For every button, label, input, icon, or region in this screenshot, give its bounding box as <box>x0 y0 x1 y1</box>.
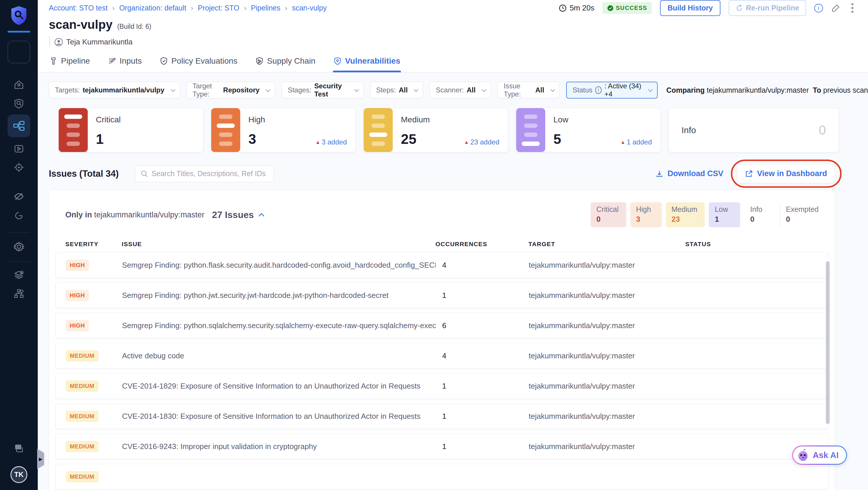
tab-inputs[interactable]: Inputs <box>107 54 142 72</box>
tab-policy-evaluations[interactable]: Policy Evaluations <box>159 54 238 72</box>
summary-card-critical[interactable]: Critical 1 <box>58 108 203 152</box>
ask-ai-button[interactable]: Ask AI <box>792 446 847 465</box>
external-link-icon <box>745 170 753 178</box>
issue-target: tejakummarikuntla/vulpy:master <box>529 351 686 360</box>
issue-title: CVE-2014-1829: Exposure of Sensitive Inf… <box>122 381 436 391</box>
tab-vulnerabilities[interactable]: Vulnerabilities <box>333 54 401 72</box>
issue-target: tejakummarikuntla/vulpy:master <box>529 261 686 270</box>
breadcrumb-account[interactable]: Account: STO test <box>49 4 107 12</box>
card-label: High <box>248 115 347 124</box>
issue-row[interactable]: MEDIUM CVE-2014-1830: Exposure of Sensit… <box>56 403 829 429</box>
filter-target-type[interactable]: Target Type:Repository <box>186 82 275 98</box>
issue-occurrences: 4 <box>436 351 529 360</box>
help-chat-icon[interactable]: ? <box>12 442 25 455</box>
summary-card-info[interactable]: Info 0 <box>669 108 839 152</box>
chevron-down-icon <box>414 87 418 92</box>
summary-card-medium[interactable]: Medium 2523 added <box>364 108 508 152</box>
breadcrumb-separator: › <box>191 4 193 12</box>
tab-supply-chain[interactable]: Supply Chain <box>255 54 316 72</box>
shield-search-icon[interactable] <box>12 97 25 110</box>
severity-strip <box>211 108 240 152</box>
layers-settings-icon[interactable] <box>12 269 25 281</box>
card-label: Low <box>553 115 652 124</box>
issue-target: tejakummarikuntla/vulpy:master <box>529 381 686 391</box>
rerun-pipeline-button[interactable]: Re-run Pipeline <box>728 0 806 16</box>
edit-pencil-icon[interactable] <box>831 3 840 13</box>
summary-card-high[interactable]: High 33 added <box>211 108 356 152</box>
org-settings-icon[interactable] <box>12 287 25 300</box>
issue-row[interactable]: HIGH Semgrep Finding: python.jwt.securit… <box>56 282 829 308</box>
author-name: Teja Kummarikuntla <box>66 37 132 47</box>
search-input[interactable] <box>152 170 269 178</box>
severity-strip <box>364 108 393 152</box>
exemptions-icon[interactable] <box>12 190 25 203</box>
issue-row[interactable]: HIGH Semgrep Finding: python.flask.secur… <box>56 252 829 278</box>
app-window: ? TK ▶ Account: STO test› Organization: … <box>0 0 868 490</box>
severity-badge: MEDIUM <box>66 380 98 392</box>
filter-targets[interactable]: Targets:tejakummarikuntla/vulpy <box>49 82 180 98</box>
info-icon[interactable]: i <box>814 4 823 12</box>
status-badge: SUCCESS <box>602 2 652 14</box>
issue-target: tejakummarikuntla/vulpy:master <box>529 321 686 330</box>
issue-occurrences: 1 <box>436 381 529 391</box>
chip-info[interactable]: Info0 <box>744 202 776 227</box>
issue-row[interactable]: HIGH Semgrep Finding: python.sqlalchemy.… <box>56 313 829 338</box>
issue-title: CVE-2014-1830: Exposure of Sensitive Inf… <box>122 412 436 421</box>
settings-icon[interactable] <box>12 240 25 253</box>
issue-row[interactable]: MEDIUM <box>56 464 829 489</box>
filter-status[interactable]: Statusi: Active (34) +4 <box>566 82 657 98</box>
download-csv-button[interactable]: Download CSV <box>655 169 723 178</box>
tab-pipeline[interactable]: Pipeline <box>49 54 91 72</box>
breadcrumb-org[interactable]: Organization: default <box>119 4 186 12</box>
svg-text:?: ? <box>17 445 20 449</box>
chevron-up-icon <box>258 212 265 217</box>
view-in-dashboard-button[interactable]: View in Dashboard <box>737 164 835 183</box>
chip-medium[interactable]: Medium23 <box>666 202 705 227</box>
filter-steps[interactable]: Steps:All <box>370 82 424 98</box>
clock-icon <box>559 4 567 12</box>
breadcrumb-separator: › <box>244 4 246 12</box>
more-options-menu-icon[interactable] <box>848 2 857 14</box>
supply-chain-icon <box>255 57 264 65</box>
comparing-text: Comparing tejakummarikuntla/vulpy:master… <box>666 86 868 94</box>
severity-badge: MEDIUM <box>66 411 98 422</box>
home-icon[interactable] <box>12 79 25 91</box>
executions-icon[interactable] <box>12 143 25 155</box>
user-avatar[interactable]: TK <box>10 466 27 483</box>
card-label: Medium <box>401 115 499 124</box>
inputs-icon <box>108 57 116 65</box>
build-history-button[interactable]: Build History <box>660 0 720 16</box>
chip-critical[interactable]: Critical0 <box>591 202 626 227</box>
targets-icon[interactable] <box>12 161 25 174</box>
vulnerabilities-icon <box>334 57 342 65</box>
chip-low[interactable]: Low1 <box>709 202 740 227</box>
filter-scanner[interactable]: Scanner:All <box>430 82 491 98</box>
filter-stages[interactable]: Stages:Security Test <box>281 82 364 98</box>
breadcrumb-pipelines[interactable]: Pipelines <box>251 4 280 12</box>
issue-occurrences: 6 <box>436 321 529 330</box>
filter-bar: Targets:tejakummarikuntla/vulpy Target T… <box>38 82 868 98</box>
page-title: scan-vulpy <box>49 18 113 32</box>
check-circle-icon <box>607 5 614 11</box>
pipelines-icon[interactable] <box>7 115 30 137</box>
table-scrollbar-thumb[interactable] <box>826 261 830 424</box>
get-started-icon[interactable] <box>12 209 25 222</box>
sto-logo[interactable] <box>9 5 28 27</box>
filter-issue-type[interactable]: Issue Type:All <box>498 82 560 98</box>
module-selector-icon[interactable] <box>7 41 30 63</box>
policy-evaluations-icon <box>160 57 168 65</box>
chip-high[interactable]: High3 <box>630 202 662 227</box>
group-count-toggle[interactable]: 27 Issues <box>212 210 265 220</box>
chevron-down-icon <box>482 87 487 92</box>
issue-row[interactable]: MEDIUM CVE-2014-1829: Exposure of Sensit… <box>56 373 829 399</box>
issue-row[interactable]: MEDIUM Active debug code 4 tejakummariku… <box>56 343 829 369</box>
severity-badge: MEDIUM <box>66 471 98 483</box>
issues-search[interactable] <box>135 165 274 182</box>
summary-card-low[interactable]: Low 51 added <box>516 108 661 152</box>
breadcrumb-project[interactable]: Project: STO <box>198 4 239 12</box>
severity-badge: MEDIUM <box>66 350 98 362</box>
chip-exempted[interactable]: Exempted0 <box>780 202 826 227</box>
chevron-down-icon <box>551 87 555 92</box>
breadcrumb-current[interactable]: scan-vulpy <box>292 4 327 12</box>
issue-row[interactable]: MEDIUM CVE-2016-9243: Improper input val… <box>56 434 829 459</box>
